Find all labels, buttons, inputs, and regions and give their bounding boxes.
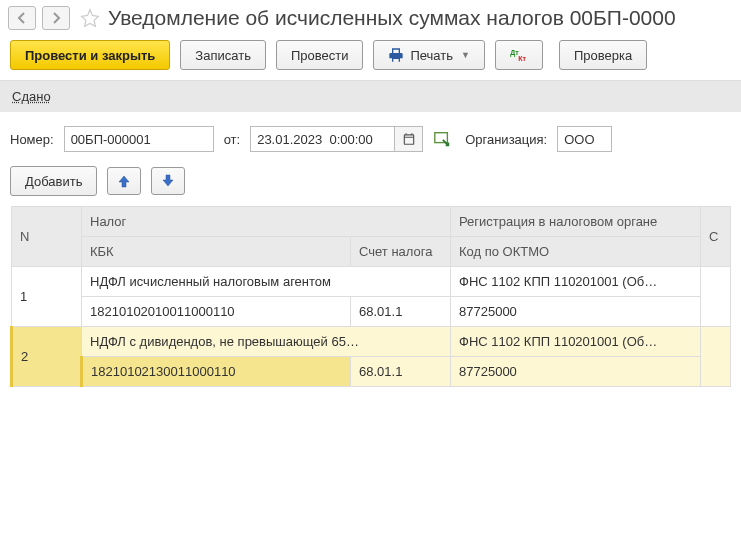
save-button[interactable]: Записать bbox=[180, 40, 266, 70]
status-link[interactable]: Сдано bbox=[12, 89, 51, 104]
print-button[interactable]: Печать ▼ bbox=[373, 40, 485, 70]
cell-sum[interactable] bbox=[701, 267, 731, 327]
cell-oktmo[interactable]: 87725000 bbox=[451, 357, 701, 387]
svg-rect-2 bbox=[435, 133, 448, 143]
add-button[interactable]: Добавить bbox=[10, 166, 97, 196]
cell-kbk[interactable]: 18210102130011000110 bbox=[82, 357, 351, 387]
nav-forward-button[interactable] bbox=[42, 6, 70, 30]
cell-account[interactable]: 68.01.1 bbox=[351, 357, 451, 387]
col-header-sum[interactable]: С bbox=[701, 207, 731, 267]
cell-n[interactable]: 2 bbox=[12, 327, 82, 387]
cell-account[interactable]: 68.01.1 bbox=[351, 297, 451, 327]
cell-registration[interactable]: ФНС 1102 КПП 110201001 (Об… bbox=[451, 327, 701, 357]
cell-n[interactable]: 1 bbox=[12, 267, 82, 327]
cell-registration[interactable]: ФНС 1102 КПП 110201001 (Об… bbox=[451, 267, 701, 297]
table-row[interactable]: 2НДФЛ с дивидендов, не превышающей 650 0… bbox=[12, 327, 731, 357]
org-input[interactable] bbox=[557, 126, 612, 152]
page-title: Уведомление об исчисленных суммах налого… bbox=[108, 6, 676, 30]
from-label: от: bbox=[224, 132, 241, 147]
calendar-button[interactable] bbox=[395, 126, 423, 152]
print-label: Печать bbox=[410, 48, 453, 63]
move-up-button[interactable] bbox=[107, 167, 141, 195]
table-row[interactable]: 1821010213001100011068.01.187725000 bbox=[12, 357, 731, 387]
titlebar: Уведомление об исчисленных суммах налого… bbox=[0, 0, 741, 40]
post-button[interactable]: Провести bbox=[276, 40, 364, 70]
cell-oktmo[interactable]: 87725000 bbox=[451, 297, 701, 327]
check-button[interactable]: Проверка bbox=[559, 40, 647, 70]
status-bar: Сдано bbox=[0, 81, 741, 112]
col-header-oktmo[interactable]: Код по ОКТМО bbox=[451, 237, 701, 267]
col-header-registration[interactable]: Регистрация в налоговом органе bbox=[451, 207, 701, 237]
arrow-up-icon bbox=[117, 174, 131, 188]
cell-tax[interactable]: НДФЛ исчисленный налоговым агентом bbox=[82, 267, 451, 297]
table-row[interactable]: 1НДФЛ исчисленный налоговым агентомФНС 1… bbox=[12, 267, 731, 297]
number-label: Номер: bbox=[10, 132, 54, 147]
cell-kbk[interactable]: 18210102010011000110 bbox=[82, 297, 351, 327]
col-header-kbk[interactable]: КБК bbox=[82, 237, 351, 267]
nav-back-button[interactable] bbox=[8, 6, 36, 30]
arrow-left-icon bbox=[16, 12, 28, 24]
col-header-n[interactable]: N bbox=[12, 207, 82, 267]
move-down-button[interactable] bbox=[151, 167, 185, 195]
edo-status-icon[interactable] bbox=[433, 130, 451, 148]
chevron-down-icon: ▼ bbox=[461, 50, 470, 60]
post-close-button[interactable]: Провести и закрыть bbox=[10, 40, 170, 70]
calendar-icon bbox=[402, 132, 416, 146]
table-row[interactable]: 1821010201001100011068.01.187725000 bbox=[12, 297, 731, 327]
org-label: Организация: bbox=[465, 132, 547, 147]
arrow-down-icon bbox=[161, 174, 175, 188]
toolbar: Провести и закрыть Записать Провести Печ… bbox=[0, 40, 741, 81]
date-input[interactable] bbox=[250, 126, 395, 152]
star-icon[interactable] bbox=[80, 8, 100, 28]
printer-icon bbox=[388, 47, 404, 63]
col-header-tax[interactable]: Налог bbox=[82, 207, 451, 237]
dtkt-button[interactable]: ДтКт bbox=[495, 40, 543, 70]
arrow-right-icon bbox=[50, 12, 62, 24]
col-header-account[interactable]: Счет налога bbox=[351, 237, 451, 267]
cell-sum[interactable] bbox=[701, 327, 731, 387]
dtkt-icon: ДтКт bbox=[510, 48, 528, 62]
svg-text:Кт: Кт bbox=[518, 55, 526, 62]
data-grid[interactable]: N Налог Регистрация в налоговом органе С… bbox=[10, 206, 731, 387]
cell-tax[interactable]: НДФЛ с дивидендов, не превышающей 650 00… bbox=[82, 327, 451, 357]
form-row: Номер: от: Организация: bbox=[0, 112, 741, 166]
table-toolbar: Добавить bbox=[0, 166, 741, 206]
number-input[interactable] bbox=[64, 126, 214, 152]
